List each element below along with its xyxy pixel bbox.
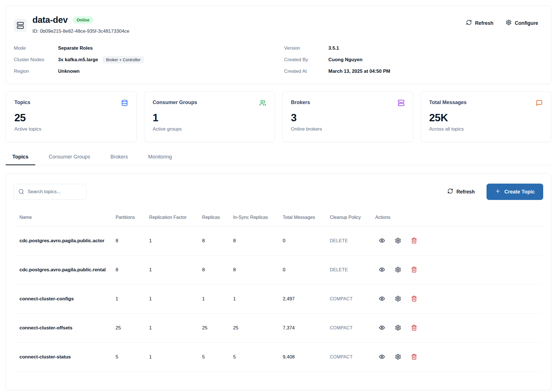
info-row: Mode Separate Roles xyxy=(14,44,273,52)
info-row: Region Unknown xyxy=(14,67,273,75)
stat-icon xyxy=(398,100,405,106)
topic-name: cdc.postgres.avro.pagila.public.actor xyxy=(14,238,116,244)
stat-subtitle: Across all topics xyxy=(429,126,543,132)
table-row: connect-cluster-offsets 25 1 25 25 7,374… xyxy=(14,314,543,343)
refresh-topics-button[interactable]: Refresh xyxy=(447,188,475,195)
create-topic-label: Create Topic xyxy=(504,189,535,195)
topics-table: NamePartitionsReplication FactorReplicas… xyxy=(14,208,543,372)
trash-icon xyxy=(411,296,417,303)
topic-settings-button[interactable] xyxy=(395,267,401,273)
refresh-cluster-button[interactable]: Refresh xyxy=(466,19,493,27)
cluster-tabs: TopicsConsumer GroupsBrokersMonitoring xyxy=(6,154,551,165)
info-row: Cluster Nodes 3x kafka.m5.large Broker +… xyxy=(14,56,273,64)
gear-icon xyxy=(395,325,401,332)
refresh-icon xyxy=(447,188,453,195)
tab-monitoring[interactable]: Monitoring xyxy=(142,154,179,165)
delete-topic-button[interactable] xyxy=(411,325,417,331)
topic-partitions: 1 xyxy=(116,296,149,302)
info-value: Cuong Nguyen xyxy=(328,57,363,63)
plus-icon xyxy=(495,188,501,195)
topic-total-messages: 0 xyxy=(283,267,330,273)
view-topic-button[interactable] xyxy=(379,237,385,244)
view-topic-button[interactable] xyxy=(379,325,385,331)
topic-settings-button[interactable] xyxy=(395,296,401,302)
stat-icon xyxy=(121,100,128,106)
table-row: connect-cluster-status 5 1 5 5 9,408 COM… xyxy=(14,343,543,372)
stat-title: Total Messages xyxy=(429,100,467,105)
topic-name: connect-cluster-offsets xyxy=(14,325,116,331)
view-topic-button[interactable] xyxy=(379,354,385,360)
table-row: cdc.postgres.avro.pagila.public.actor 8 … xyxy=(14,226,543,256)
info-label: Created At xyxy=(284,69,328,74)
topic-total-messages: 9,408 xyxy=(283,354,330,360)
search-topics-input[interactable] xyxy=(14,184,87,200)
refresh-button-label: Refresh xyxy=(475,20,493,26)
stat-subtitle: Online brokers xyxy=(291,126,405,132)
topic-settings-button[interactable] xyxy=(395,237,401,244)
topic-replication-factor: 1 xyxy=(149,238,202,244)
cluster-header-card: data-dev Online ID: 0b09e215-8e82-48ce-9… xyxy=(6,6,551,84)
view-topic-button[interactable] xyxy=(379,267,385,273)
configure-cluster-button[interactable]: Configure xyxy=(506,19,538,27)
delete-topic-button[interactable] xyxy=(411,267,417,273)
info-row: Created By Cuong Nguyen xyxy=(284,56,543,64)
gear-icon xyxy=(395,296,401,303)
table-row: cdc.postgres.avro.pagila.public.rental 8… xyxy=(14,256,543,285)
column-header-partitions: Partitions xyxy=(116,215,149,220)
stat-title: Brokers xyxy=(291,100,310,105)
column-header-name: Name xyxy=(14,215,116,220)
stat-value: 1 xyxy=(153,112,266,124)
topic-in-sync-replicas: 8 xyxy=(233,267,283,273)
stat-value: 25K xyxy=(429,112,543,124)
delete-topic-button[interactable] xyxy=(411,296,417,302)
info-label: Cluster Nodes xyxy=(14,57,58,63)
topic-replication-factor: 1 xyxy=(149,296,202,302)
tab-consumer-groups[interactable]: Consumer Groups xyxy=(42,154,97,165)
topic-replicas: 5 xyxy=(202,354,233,360)
topic-settings-button[interactable] xyxy=(395,354,401,360)
topic-in-sync-replicas: 25 xyxy=(233,325,283,331)
info-label: Mode xyxy=(14,45,58,51)
stat-card-total-messages: Total Messages 25K Across all topics xyxy=(421,91,552,142)
info-row: Created At March 13, 2025 at 04:50 PM xyxy=(284,67,543,75)
info-value: March 13, 2025 at 04:50 PM xyxy=(328,69,390,74)
topic-name: cdc.postgres.avro.pagila.public.rental xyxy=(14,267,116,273)
topic-replicas: 25 xyxy=(202,325,233,331)
column-header-actions: Actions xyxy=(375,215,543,220)
gear-icon xyxy=(506,19,512,27)
info-value: Unknown xyxy=(58,69,80,74)
tab-brokers[interactable]: Brokers xyxy=(104,154,135,165)
column-header-replicas: Replicas xyxy=(202,215,233,220)
stat-value: 3 xyxy=(291,112,405,124)
stat-title: Topics xyxy=(14,100,30,105)
topic-search xyxy=(14,184,87,200)
configure-button-label: Configure xyxy=(515,20,538,26)
delete-topic-button[interactable] xyxy=(411,354,417,360)
topics-panel: Refresh Create Topic NamePartitionsRepli… xyxy=(6,173,551,390)
topic-total-messages: 7,374 xyxy=(283,325,330,331)
topics-table-header: NamePartitionsReplication FactorReplicas… xyxy=(14,208,543,226)
create-topic-button[interactable]: Create Topic xyxy=(487,184,543,200)
topic-cleanup-policy: COMPACT xyxy=(330,354,375,360)
topic-settings-button[interactable] xyxy=(395,325,401,331)
stat-icon xyxy=(536,100,543,106)
trash-icon xyxy=(411,354,417,361)
topic-replication-factor: 1 xyxy=(149,325,202,331)
topic-total-messages: 2,497 xyxy=(283,296,330,302)
stat-value: 25 xyxy=(14,112,128,124)
eye-icon xyxy=(379,296,385,303)
view-topic-button[interactable] xyxy=(379,296,385,302)
refresh-icon xyxy=(466,19,472,27)
stat-subtitle: Active groups xyxy=(153,126,266,132)
cluster-id: ID: 0b09e215-8e82-48ce-935f-3c48173304ce xyxy=(32,28,129,34)
stats-row: Topics 25 Active topics Consumer Groups … xyxy=(6,91,551,142)
eye-icon xyxy=(379,325,385,332)
status-badge: Online xyxy=(73,16,93,24)
tab-topics[interactable]: Topics xyxy=(6,154,35,165)
eye-icon xyxy=(379,354,385,361)
topic-partitions: 25 xyxy=(116,325,149,331)
topic-replicas: 8 xyxy=(202,238,233,244)
topic-actions xyxy=(375,296,543,302)
delete-topic-button[interactable] xyxy=(411,237,417,244)
topic-cleanup-policy: COMPACT xyxy=(330,325,375,331)
